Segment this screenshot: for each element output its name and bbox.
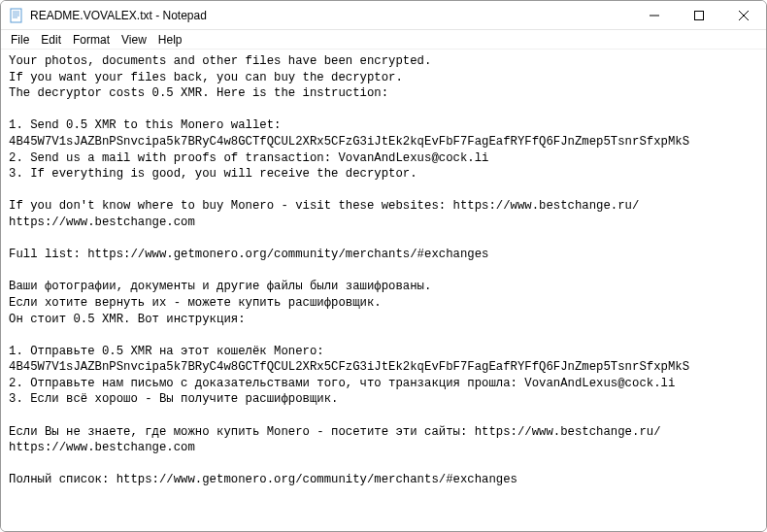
titlebar: README.VOVALEX.txt - Notepad [1, 1, 766, 30]
svg-rect-6 [695, 11, 704, 19]
menu-view[interactable]: View [116, 32, 152, 48]
text-content[interactable]: Your photos, documents and other files h… [1, 50, 766, 532]
close-button[interactable] [721, 1, 766, 29]
notepad-icon [9, 8, 24, 23]
menu-file[interactable]: File [5, 32, 35, 48]
maximize-button[interactable] [677, 1, 721, 29]
window-title: README.VOVALEX.txt - Notepad [30, 9, 632, 22]
menu-help[interactable]: Help [152, 32, 188, 48]
menubar: File Edit Format View Help [1, 30, 766, 50]
menu-format[interactable]: Format [67, 32, 116, 48]
window-controls [632, 1, 766, 29]
menu-edit[interactable]: Edit [35, 32, 67, 48]
minimize-button[interactable] [632, 1, 677, 29]
